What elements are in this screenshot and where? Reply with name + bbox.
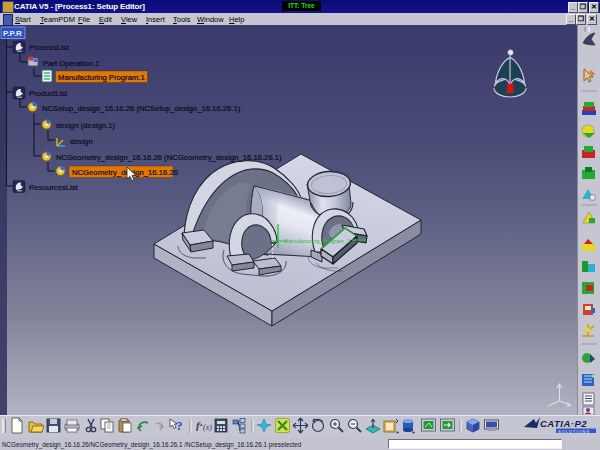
svg-text:Manufacturing_Program_1: Manufacturing_Program_1 xyxy=(284,238,350,244)
svg-text:f·: f· xyxy=(196,419,203,431)
svg-text:?: ? xyxy=(176,418,183,433)
svg-text:NCSetup_design_16.16.26 (NCSet: NCSetup_design_16.16.26 (NCSetup_design_… xyxy=(42,104,241,113)
svg-text:ProcessList: ProcessList xyxy=(29,43,70,52)
svg-text:(x): (x) xyxy=(203,423,212,432)
svg-text:Manufacturing Program.1: Manufacturing Program.1 xyxy=(58,73,145,82)
svg-text:design: design xyxy=(70,137,93,146)
svg-text:P.P.R: P.P.R xyxy=(3,29,22,38)
svg-text:NCGeometry_design_16.16.26: NCGeometry_design_16.16.26 xyxy=(72,168,178,177)
svg-text:CATIA·P2: CATIA·P2 xyxy=(540,418,587,429)
svg-text:SOLUTIONS: SOLUTIONS xyxy=(558,429,590,434)
svg-text:Part Operation.1: Part Operation.1 xyxy=(43,59,99,68)
svg-text:design (design.1): design (design.1) xyxy=(56,121,115,130)
svg-text:ResourcesList: ResourcesList xyxy=(29,183,79,192)
svg-text:ProductList: ProductList xyxy=(29,89,68,98)
svg-text:NCGeometry_design_16.16.26 (NC: NCGeometry_design_16.16.26 (NCGeometry_d… xyxy=(56,153,282,162)
